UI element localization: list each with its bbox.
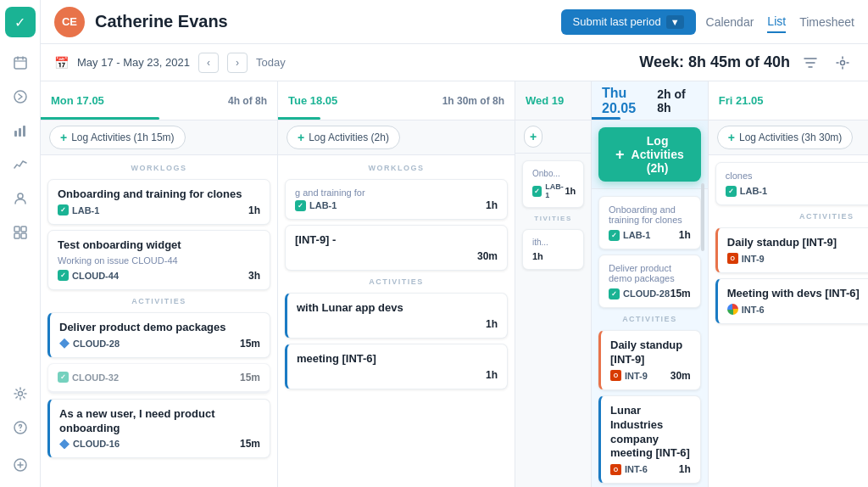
card-footer: ✓ CLOUD-44 3h — [58, 270, 260, 282]
monday-worklogs-label: WORKLOGS — [47, 162, 270, 174]
friday-log-button[interactable]: + Log Activities (3h 30m) — [717, 126, 854, 149]
sidebar-logo[interactable]: ✓ — [5, 7, 36, 37]
card-duration: 1h — [565, 186, 576, 196]
sidebar-item-calendar[interactable] — [5, 48, 36, 78]
card-duration: 15m — [240, 338, 260, 350]
nav-timesheet[interactable]: Timesheet — [799, 12, 854, 32]
thursday-header: Thu 20.05 2h of 8h — [592, 81, 708, 120]
check-icon: ✓ — [609, 288, 620, 299]
svg-point-8 — [18, 193, 23, 199]
card-badge: O INT-6 — [610, 464, 648, 475]
card-badge: ✓ CLOUD-44 — [58, 270, 119, 281]
card-badge: ✓ LAB-1 — [726, 186, 767, 197]
card-footer: ✓ LAB-1 1h — [609, 229, 691, 241]
sidebar-item-forward[interactable] — [5, 81, 36, 112]
monday-hours: 4h of 8h — [228, 95, 267, 107]
card-footer: ✓ LAB-1 1h — [58, 204, 260, 216]
check-icon: ✓ — [532, 186, 542, 197]
header-actions: Submit last period ▼ Calendar List Times… — [561, 9, 854, 35]
card-duration: 30m — [477, 250, 498, 262]
card-footer: O INT-9 30m — [727, 253, 868, 265]
monday-progress — [41, 117, 159, 120]
main-content: CE Catherine Evans Submit last period ▼ … — [41, 0, 868, 487]
prev-week-button[interactable]: ‹ — [198, 53, 219, 73]
wednesday-log-button[interactable]: + — [524, 126, 542, 148]
submit-btn-label: Submit last period — [573, 15, 661, 28]
svg-rect-7 — [23, 126, 25, 137]
sidebar-item-user[interactable] — [5, 183, 36, 214]
sidebar-item-grid[interactable] — [5, 217, 36, 248]
card-duration: 1h — [486, 369, 498, 381]
friday-column: Fri 21.05 0h of 8h + Log Activities (3h … — [709, 81, 868, 487]
tuesday-hours: 1h 30m of 8h — [442, 95, 504, 107]
card-badge: ✓ CLOUD-32 — [58, 372, 119, 383]
thursday-activities-label: ACTIVITIES — [598, 313, 701, 325]
calendar-grid: Mon 17.05 4h of 8h + Log Activities (1h … — [41, 81, 868, 487]
svg-rect-6 — [19, 128, 21, 137]
card-badge: ✓ CLOUD-28 — [609, 288, 670, 299]
tuesday-log-label: Log Activities (2h) — [309, 132, 389, 143]
svg-rect-9 — [14, 227, 19, 232]
card-duration: 1h — [532, 251, 543, 261]
card-title: [INT-9] - — [295, 233, 498, 248]
table-row: Lunar Industries company meeting [INT-6]… — [598, 395, 701, 484]
card-subtitle: Working on issue CLOUD-44 — [58, 255, 260, 266]
svg-rect-12 — [21, 233, 26, 238]
monday-log-label: Log Activities (1h 15m) — [71, 132, 174, 143]
tuesday-progress — [278, 117, 320, 120]
submit-last-period-button[interactable]: Submit last period ▼ — [561, 9, 696, 35]
monday-log-row: + Log Activities (1h 15m) — [41, 120, 277, 155]
sidebar-item-plus[interactable] — [5, 450, 36, 480]
card-footer: 1h — [297, 318, 498, 330]
card-subtitle: Onboarding and training for clones — [609, 204, 691, 225]
card-badge: ✓ LAB-1 — [532, 182, 565, 199]
sidebar-item-settings[interactable] — [5, 378, 36, 409]
sidebar-item-question[interactable] — [5, 412, 36, 443]
thursday-progress — [592, 117, 620, 120]
svg-rect-0 — [14, 58, 26, 69]
friday-activities-label: ACTIVITIES — [715, 210, 868, 222]
next-week-button[interactable]: › — [227, 53, 248, 73]
nav-calendar[interactable]: Calendar — [706, 12, 754, 32]
card-footer: ✓ LAB-1 1h — [295, 199, 498, 211]
today-button[interactable]: Today — [256, 56, 286, 69]
card-title: Onboarding and training for clones — [58, 188, 260, 202]
svg-rect-11 — [14, 233, 19, 238]
nav-list[interactable]: List — [767, 11, 786, 33]
tuesday-header: Tue 18.05 1h 30m of 8h — [278, 81, 515, 120]
card-duration: 1h — [679, 463, 691, 475]
card-title: Daily standup [INT-9] — [610, 339, 691, 367]
card-footer: CLOUD-28 15m — [59, 338, 260, 350]
filter-button[interactable] — [798, 51, 822, 75]
svg-point-17 — [841, 60, 845, 64]
card-subtitle: clones — [726, 171, 868, 181]
ms-icon: O — [610, 370, 621, 381]
card-duration: 3h — [248, 270, 260, 282]
tuesday-content: WORKLOGS g and training for ✓ LAB-1 1h [… — [278, 155, 515, 487]
card-badge: O INT-9 — [727, 253, 765, 264]
wednesday-content: Onbo... ✓ LAB-1 1h TIVITIES ith... 1h — [515, 154, 591, 487]
settings-button[interactable] — [831, 51, 854, 75]
tuesday-activities-label: ACTIVITIES — [285, 276, 508, 288]
sidebar-item-graph[interactable] — [5, 149, 36, 180]
tuesday-log-button[interactable]: + Log Activities (2h) — [287, 126, 400, 149]
card-title: Daily standup [INT-9] — [727, 236, 868, 250]
card-badge: CLOUD-28 — [59, 339, 120, 349]
submit-dropdown-arrow[interactable]: ▼ — [666, 15, 684, 29]
tuesday-log-row: + Log Activities (2h) — [278, 120, 515, 155]
svg-point-4 — [14, 91, 26, 103]
card-footer: 30m — [295, 250, 498, 262]
card-duration: 1h — [248, 204, 260, 216]
monday-log-button[interactable]: + Log Activities (1h 15m) — [49, 126, 186, 149]
thursday-log-button[interactable]: + Log Activities (2h) — [598, 127, 701, 182]
sidebar: ✓ — [0, 0, 41, 487]
card-duration: 1h — [486, 318, 498, 330]
sidebar-item-chart[interactable] — [5, 115, 36, 146]
card-footer: 1h — [297, 369, 498, 381]
card-subtitle: Onbo... — [532, 169, 574, 178]
card-footer: ✓ CLOUD-32 15m — [58, 372, 260, 383]
thursday-log-row: + Log Activities (2h) — [592, 120, 708, 189]
table-row: clones ✓ LAB-1 1h — [715, 162, 868, 205]
svg-rect-10 — [21, 227, 26, 232]
table-row: Onboarding and training for clones ✓ LAB… — [47, 179, 270, 225]
